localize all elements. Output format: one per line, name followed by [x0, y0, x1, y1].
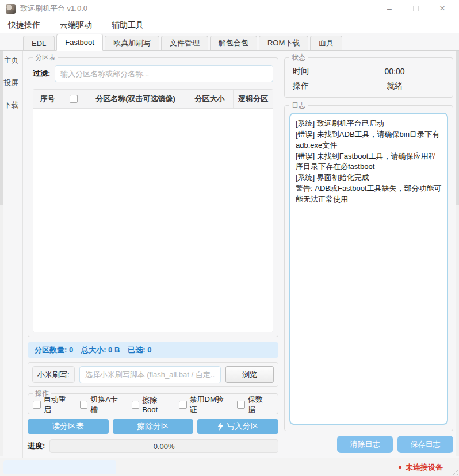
- time-label: 时间: [293, 66, 345, 76]
- lightning-icon: [217, 423, 223, 431]
- minimize-button[interactable]: –: [376, 1, 403, 17]
- partition-table: 序号 分区名称(双击可选镜像) 分区大小 逻辑分区: [33, 89, 273, 332]
- checkbox-label: 擦除Boot: [142, 395, 172, 414]
- erase-partition-button[interactable]: 擦除分区: [113, 419, 194, 434]
- right-scrollbar-thumb[interactable]: [456, 51, 459, 205]
- column-header-index[interactable]: 序号: [33, 90, 62, 108]
- log-line: [系统] 致远刷机平台已启动: [296, 118, 442, 129]
- checkbox-erase-boot[interactable]: 擦除Boot: [132, 395, 172, 414]
- column-header-name[interactable]: 分区名称(双击可选镜像): [85, 90, 186, 108]
- stat-total-size: 总大小: 0 B: [81, 345, 120, 355]
- device-status-text: 未连接设备: [406, 462, 443, 473]
- window-controls: – ×: [376, 1, 456, 17]
- side-rail: 主页 投屏 下载: [0, 51, 23, 458]
- progress-value: 0.00%: [154, 442, 175, 451]
- tab-magisk[interactable]: 面具: [310, 36, 342, 50]
- device-connection-status: ● 未连接设备: [398, 462, 443, 473]
- left-scrollbar[interactable]: [0, 51, 3, 456]
- operations-groupbox: 操作 自动重启 切换A卡槽 擦除Boot: [28, 393, 278, 414]
- xiaomi-script-input[interactable]: [79, 366, 221, 383]
- filter-row: 过滤:: [33, 65, 273, 82]
- checkbox-switch-slot-a[interactable]: 切换A卡槽: [80, 394, 125, 415]
- app-window: 致远刷机平台 v1.0.0 – × 快捷操作 云端驱动 辅助工具 EDL Fas…: [0, 0, 459, 476]
- partition-column: 分区表 过滤: 序号 分区名称(双击可选镜像) 分区大小: [28, 53, 278, 454]
- tab-rom-download[interactable]: ROM下载: [259, 36, 308, 50]
- stat-partition-count: 分区数量: 0: [35, 345, 73, 355]
- log-line: 警告: ADB或Fastboot工具缺失，部分功能可能无法正常使用: [296, 183, 442, 205]
- progress-row: 进度: 0.00%: [28, 439, 278, 453]
- save-log-button[interactable]: 保存日志: [397, 436, 453, 453]
- partition-table-header: 序号 分区名称(双击可选镜像) 分区大小 逻辑分区: [33, 90, 273, 109]
- switch-slot-a-checkbox[interactable]: [80, 401, 88, 409]
- close-button[interactable]: ×: [429, 1, 456, 17]
- xiaomi-script-row: 小米刷写: 浏览: [28, 362, 278, 387]
- sidebar-item-home[interactable]: 主页: [4, 55, 19, 78]
- column-header-logical[interactable]: 逻辑分区: [234, 90, 273, 108]
- write-button-label: 写入分区: [227, 421, 259, 432]
- log-button-row: 清除日志 保存日志: [284, 436, 453, 453]
- log-line: [系统] 界面初始化完成: [296, 172, 442, 183]
- clear-log-button[interactable]: 清除日志: [337, 436, 393, 453]
- checkbox-label: 保数据: [248, 394, 270, 415]
- menu-item-cloud-drivers[interactable]: 云端驱动: [60, 20, 92, 30]
- progress-label: 进度:: [28, 441, 45, 451]
- sidebar-item-screencast[interactable]: 投屏: [4, 78, 19, 100]
- sidebar-item-download[interactable]: 下载: [4, 100, 19, 122]
- column-header-select-all[interactable]: [62, 90, 85, 108]
- partition-table-body[interactable]: [33, 109, 273, 332]
- partition-groupbox: 分区表 过滤: 序号 分区名称(双击可选镜像) 分区大小: [28, 57, 278, 337]
- disable-dm-verity-checkbox[interactable]: [179, 401, 187, 409]
- operations-group-title: 操作: [33, 389, 51, 397]
- xiaomi-script-label: 小米刷写:: [32, 366, 75, 383]
- maximize-button[interactable]: [403, 1, 429, 17]
- auto-reboot-checkbox[interactable]: [33, 401, 41, 409]
- left-scrollbar-thumb[interactable]: [0, 51, 3, 205]
- stat-selected-count: 已选: 0: [128, 345, 151, 355]
- partition-stats-bar: 分区数量: 0 总大小: 0 B 已选: 0: [28, 342, 278, 358]
- operation-label: 操作: [293, 81, 345, 91]
- menu-item-quick-actions[interactable]: 快捷操作: [8, 20, 40, 30]
- partition-filter-input[interactable]: [55, 65, 273, 82]
- column-header-size[interactable]: 分区大小: [186, 90, 234, 108]
- log-group-title: 日志: [289, 101, 308, 109]
- window-title: 致远刷机平台 v1.0.0: [20, 3, 87, 14]
- write-partition-button[interactable]: 写入分区: [197, 419, 278, 434]
- menu-item-helper-tools[interactable]: 辅助工具: [112, 20, 144, 30]
- statusbar-info-box: [3, 460, 116, 474]
- progress-bar: 0.00%: [49, 439, 278, 453]
- operations-row: 自动重启 切换A卡槽 擦除Boot 禁用DM验证: [33, 394, 273, 415]
- tabbar: EDL Fastboot 欧真加刷写 文件管理 解包合包 ROM下载 面具: [0, 33, 459, 51]
- partition-group-title: 分区表: [33, 53, 58, 62]
- right-scrollbar[interactable]: [456, 51, 459, 456]
- menubar: 快捷操作 云端驱动 辅助工具: [0, 17, 459, 33]
- checkbox-disable-dm-verity[interactable]: 禁用DM验证: [179, 394, 230, 415]
- checkbox-keep-data[interactable]: 保数据: [237, 394, 270, 415]
- browse-button[interactable]: 浏览: [225, 366, 274, 383]
- checkbox-label: 禁用DM验证: [190, 394, 231, 415]
- log-line: [错误] 未找到ADB工具，请确保bin目录下有adb.exe文件: [296, 129, 442, 151]
- checkbox-label: 切换A卡槽: [90, 394, 124, 415]
- action-button-row: 读分区表 擦除分区 写入分区: [28, 419, 278, 434]
- main-area: 主页 投屏 下载 分区表 过滤: 序号: [0, 51, 459, 458]
- log-groupbox: 日志 [系统] 致远刷机平台已启动 [错误] 未找到ADB工具，请确保bin目录…: [284, 105, 453, 431]
- read-button-label: 读分区表: [52, 421, 84, 432]
- tab-unpack-repack[interactable]: 解包合包: [210, 36, 257, 50]
- status-dot-icon: ●: [398, 464, 402, 470]
- operation-value: 就绪: [345, 81, 445, 91]
- titlebar: 致远刷机平台 v1.0.0 – ×: [0, 0, 459, 17]
- select-all-checkbox[interactable]: [70, 95, 78, 103]
- read-partition-table-button[interactable]: 读分区表: [28, 419, 109, 434]
- fastboot-tab-content: 分区表 过滤: 序号 分区名称(双击可选镜像) 分区大小: [23, 51, 459, 458]
- keep-data-checkbox[interactable]: [237, 401, 245, 409]
- tab-oplus-flash[interactable]: 欧真加刷写: [105, 36, 159, 50]
- tab-fastboot[interactable]: Fastboot: [56, 34, 103, 51]
- status-group-title: 状态: [289, 53, 308, 62]
- tab-file-manager[interactable]: 文件管理: [161, 36, 208, 50]
- log-line: [错误] 未找到Fastboot工具，请确保应用程序目录下存在必fastboot: [296, 151, 442, 173]
- erase-button-label: 擦除分区: [137, 421, 169, 432]
- status-groupbox: 状态 时间 00:00 操作 就绪: [284, 57, 453, 98]
- log-output[interactable]: [系统] 致远刷机平台已启动 [错误] 未找到ADB工具，请确保bin目录下有a…: [289, 113, 448, 425]
- erase-boot-checkbox[interactable]: [132, 401, 140, 409]
- tab-edl[interactable]: EDL: [23, 36, 55, 50]
- resize-grip[interactable]: [452, 469, 458, 475]
